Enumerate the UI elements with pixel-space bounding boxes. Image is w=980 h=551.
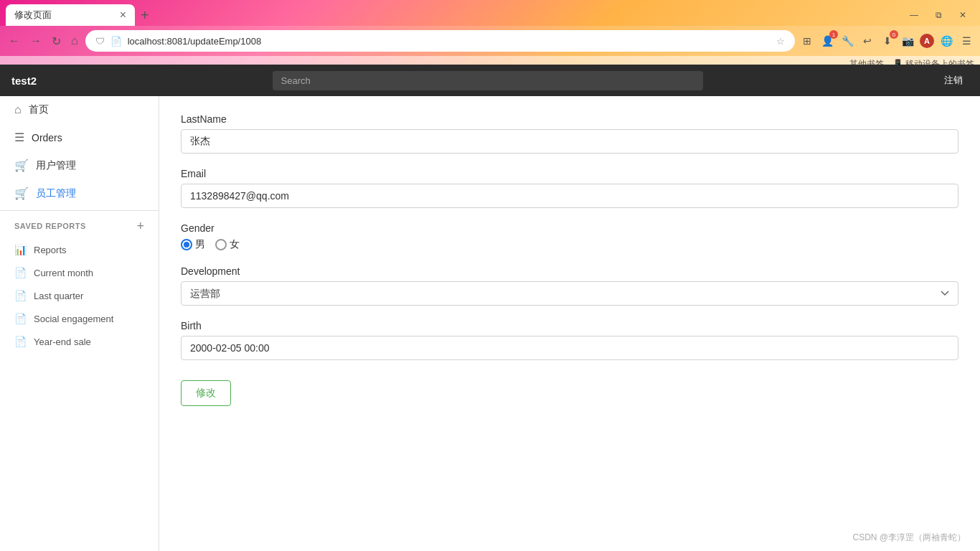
development-group: Development 运营部 技术部 市场部 人事部 xyxy=(181,265,958,306)
sidebar-item-year-end-sale[interactable]: 📄 Year-end sale xyxy=(0,330,159,353)
reports-bar-icon: 📊 xyxy=(14,244,27,255)
add-report-button[interactable]: + xyxy=(136,220,144,232)
star-icon[interactable]: ☆ xyxy=(776,36,785,47)
restore-button[interactable]: ⧉ xyxy=(927,7,950,23)
last-quarter-icon: 📄 xyxy=(14,290,27,301)
forward-button[interactable]: → xyxy=(27,33,44,49)
lastname-label: LastName xyxy=(181,113,958,125)
employees-icon: 🛒 xyxy=(14,187,29,200)
download-icon[interactable]: ⬇ 0 xyxy=(880,33,895,49)
saved-reports-header: SAVED REPORTS + xyxy=(0,214,159,238)
birth-label: Birth xyxy=(181,320,958,331)
current-month-icon: 📄 xyxy=(14,267,27,278)
profile-badge: 1 xyxy=(829,30,838,39)
radio-male[interactable] xyxy=(181,239,192,250)
sidebar-label-current-month: Current month xyxy=(34,268,93,278)
page-icon: 📄 xyxy=(110,36,122,47)
app-container: test2 注销 ⌂ 首页 ☰ Orders 🛒 用户管理 🛒 员工管理 xyxy=(0,65,980,551)
development-select[interactable]: 运营部 技术部 市场部 人事部 xyxy=(181,281,958,306)
sidebar-label-home: 首页 xyxy=(29,103,49,116)
url-text: localhost:8081/updateEmp/1008 xyxy=(128,36,261,47)
sidebar-item-reports[interactable]: 📊 Reports xyxy=(0,238,159,261)
sidebar: ⌂ 首页 ☰ Orders 🛒 用户管理 🛒 员工管理 SAVED REPORT… xyxy=(0,96,159,551)
gender-male-label: 男 xyxy=(195,238,205,251)
year-end-sale-icon: 📄 xyxy=(14,336,27,347)
sidebar-label-social-engagement: Social engagement xyxy=(34,314,113,324)
browser-chrome: 修改页面 × + — ⧉ ✕ ← → ↻ ⌂ 🛡 📄 localhost:808… xyxy=(0,0,980,65)
sidebar-item-home[interactable]: ⌂ 首页 xyxy=(0,96,159,123)
sidebar-item-orders[interactable]: ☰ Orders xyxy=(0,123,159,151)
extensions-icon[interactable]: 🔧 xyxy=(839,33,855,49)
lastname-input[interactable] xyxy=(181,129,958,154)
sidebar-label-last-quarter: Last quarter xyxy=(34,291,83,301)
email-input[interactable] xyxy=(181,184,958,208)
back-button[interactable]: ← xyxy=(6,33,23,49)
birth-input[interactable] xyxy=(181,336,958,360)
sidebar-item-social-engagement[interactable]: 📄 Social engagement xyxy=(0,307,159,330)
sidebar-label-orders: Orders xyxy=(32,132,62,143)
menu-icon[interactable]: ☰ xyxy=(958,33,974,49)
address-bar[interactable]: 🛡 📄 localhost:8081/updateEmp/1008 ☆ xyxy=(85,30,795,52)
sidebar-divider xyxy=(0,210,159,211)
sidebar-item-users[interactable]: 🛒 用户管理 xyxy=(0,151,159,179)
sidebar-item-current-month[interactable]: 📄 Current month xyxy=(0,261,159,284)
new-tab-button[interactable]: + xyxy=(135,8,155,22)
main-layout: ⌂ 首页 ☰ Orders 🛒 用户管理 🛒 员工管理 SAVED REPORT… xyxy=(0,96,980,551)
saved-reports-label: SAVED REPORTS xyxy=(14,222,86,230)
gender-options: 男 女 xyxy=(181,238,958,251)
watermark: CSDN @李淳罡（两袖青蛇） xyxy=(852,532,966,544)
window-controls: — ⧉ ✕ xyxy=(903,7,974,23)
sidebar-item-employees[interactable]: 🛒 员工管理 xyxy=(0,179,159,207)
gender-female-option[interactable]: 女 xyxy=(215,238,240,251)
radio-female[interactable] xyxy=(215,239,227,250)
gender-group: Gender 男 女 xyxy=(181,222,958,251)
email-group: Email xyxy=(181,168,958,208)
adblock-icon[interactable]: A xyxy=(920,34,934,48)
content-area: LastName Email Gender 男 女 xyxy=(159,96,980,551)
sidebar-label-reports: Reports xyxy=(34,245,67,255)
sidebar-label-employees: 员工管理 xyxy=(36,187,76,200)
lastname-group: LastName xyxy=(181,113,958,154)
submit-button[interactable]: 修改 xyxy=(181,380,231,406)
home-icon: ⌂ xyxy=(14,103,22,116)
back-arrow-icon[interactable]: ↩ xyxy=(859,33,875,49)
gender-label: Gender xyxy=(181,222,958,234)
download-badge: 0 xyxy=(890,30,898,39)
profile-icon[interactable]: 👤 1 xyxy=(819,33,835,49)
translate-icon[interactable]: 🌐 xyxy=(938,33,954,49)
birth-group: Birth xyxy=(181,320,958,360)
browser-actions: ⊞ 👤 1 🔧 ↩ ⬇ 0 📷 A 🌐 ☰ xyxy=(799,33,974,49)
sidebar-label-year-end-sale: Year-end sale xyxy=(34,336,91,347)
refresh-button[interactable]: ↻ xyxy=(49,33,64,50)
home-button[interactable]: ⌂ xyxy=(68,33,81,49)
close-button[interactable]: ✕ xyxy=(951,7,974,23)
email-label: Email xyxy=(181,168,958,179)
screenshot-icon[interactable]: 📷 xyxy=(900,33,915,49)
apps-icon[interactable]: ⊞ xyxy=(799,33,815,49)
gender-female-label: 女 xyxy=(230,238,240,251)
minimize-button[interactable]: — xyxy=(903,7,925,23)
tab-close-button[interactable]: × xyxy=(120,9,126,22)
sidebar-item-last-quarter[interactable]: 📄 Last quarter xyxy=(0,284,159,307)
development-label: Development xyxy=(181,265,958,277)
app-logo: test2 xyxy=(11,75,37,87)
active-tab[interactable]: 修改页面 × xyxy=(6,4,135,26)
orders-icon: ☰ xyxy=(14,131,24,144)
sidebar-label-users: 用户管理 xyxy=(36,159,76,172)
search-input[interactable] xyxy=(273,71,703,90)
tab-bar: 修改页面 × + — ⧉ ✕ xyxy=(0,0,980,26)
logout-button[interactable]: 注销 xyxy=(938,71,969,90)
nav-bar: ← → ↻ ⌂ 🛡 📄 localhost:8081/updateEmp/100… xyxy=(0,26,980,56)
social-engagement-icon: 📄 xyxy=(14,313,27,324)
app-header: test2 注销 xyxy=(0,65,980,96)
tab-title: 修改页面 xyxy=(14,9,52,22)
users-icon: 🛒 xyxy=(14,159,29,172)
shield-icon: 🛡 xyxy=(95,36,105,47)
gender-male-option[interactable]: 男 xyxy=(181,238,205,251)
